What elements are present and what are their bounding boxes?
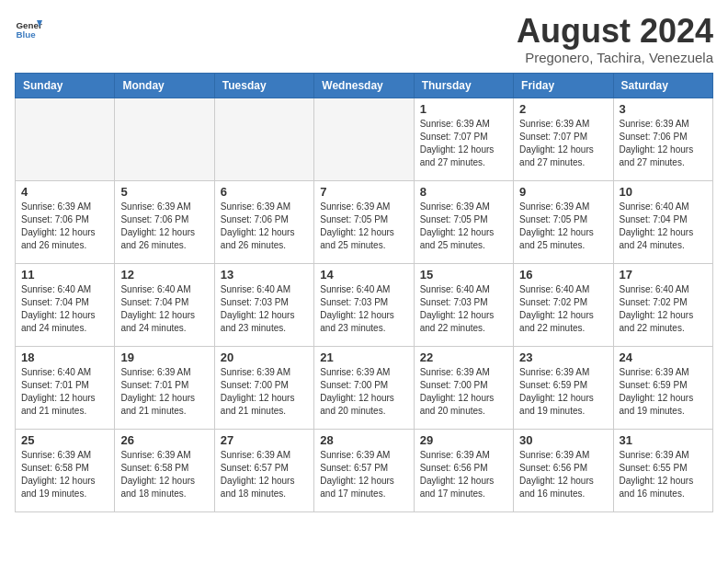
day-info: Sunrise: 6:39 AMSunset: 6:57 PMDaylight:… [320, 449, 407, 500]
day-number: 7 [320, 185, 407, 199]
day-number: 12 [120, 268, 208, 282]
day-number: 5 [120, 185, 208, 199]
day-of-week-header: Sunday [16, 74, 115, 98]
calendar-day-cell: 23Sunrise: 6:39 AMSunset: 6:59 PMDayligh… [514, 347, 613, 430]
day-number: 16 [519, 268, 607, 282]
day-number: 3 [620, 102, 707, 116]
day-number: 22 [420, 350, 507, 364]
calendar-day-cell: 30Sunrise: 6:39 AMSunset: 6:56 PMDayligh… [514, 430, 613, 512]
day-number: 14 [320, 268, 407, 282]
calendar-week-row: 1Sunrise: 6:39 AMSunset: 7:07 PMDaylight… [16, 98, 713, 181]
day-number: 24 [620, 350, 707, 364]
day-of-week-header: Wednesday [314, 74, 414, 98]
day-info: Sunrise: 6:39 AMSunset: 7:06 PMDaylight:… [21, 201, 108, 252]
day-number: 6 [221, 185, 308, 199]
day-info: Sunrise: 6:40 AMSunset: 7:02 PMDaylight:… [620, 283, 707, 335]
calendar-day-cell: 8Sunrise: 6:39 AMSunset: 7:05 PMDaylight… [414, 181, 513, 264]
day-number: 10 [620, 185, 707, 199]
calendar-week-row: 11Sunrise: 6:40 AMSunset: 7:04 PMDayligh… [16, 264, 713, 347]
calendar-day-cell: 24Sunrise: 6:39 AMSunset: 6:59 PMDayligh… [613, 347, 712, 430]
calendar-day-cell: 16Sunrise: 6:40 AMSunset: 7:02 PMDayligh… [514, 264, 613, 347]
day-number: 1 [420, 102, 507, 116]
day-info: Sunrise: 6:39 AMSunset: 7:05 PMDaylight:… [320, 201, 407, 252]
calendar-day-cell: 1Sunrise: 6:39 AMSunset: 7:07 PMDaylight… [414, 98, 513, 181]
day-of-week-header: Tuesday [214, 74, 313, 98]
calendar-day-cell: 3Sunrise: 6:39 AMSunset: 7:06 PMDaylight… [613, 98, 712, 181]
day-info: Sunrise: 6:39 AMSunset: 7:06 PMDaylight:… [221, 201, 308, 252]
day-number: 11 [21, 268, 108, 282]
calendar-header-row: SundayMondayTuesdayWednesdayThursdayFrid… [16, 74, 713, 98]
calendar-day-cell: 27Sunrise: 6:39 AMSunset: 6:57 PMDayligh… [214, 430, 313, 512]
calendar-day-cell: 31Sunrise: 6:39 AMSunset: 6:55 PMDayligh… [613, 430, 712, 512]
day-info: Sunrise: 6:40 AMSunset: 7:03 PMDaylight:… [420, 283, 507, 335]
day-number: 13 [221, 268, 308, 282]
day-number: 27 [221, 433, 308, 447]
day-number: 31 [620, 433, 707, 447]
calendar-day-cell: 28Sunrise: 6:39 AMSunset: 6:57 PMDayligh… [314, 430, 414, 512]
day-number: 23 [519, 350, 607, 364]
calendar-day-cell: 10Sunrise: 6:40 AMSunset: 7:04 PMDayligh… [613, 181, 712, 264]
day-info: Sunrise: 6:40 AMSunset: 7:01 PMDaylight:… [21, 366, 108, 418]
day-number: 9 [519, 185, 607, 199]
calendar-day-cell [115, 98, 214, 181]
calendar-day-cell: 6Sunrise: 6:39 AMSunset: 7:06 PMDaylight… [214, 181, 313, 264]
day-info: Sunrise: 6:40 AMSunset: 7:04 PMDaylight:… [120, 283, 208, 335]
day-info: Sunrise: 6:39 AMSunset: 6:59 PMDaylight:… [620, 366, 707, 418]
calendar-day-cell [214, 98, 313, 181]
calendar-day-cell: 2Sunrise: 6:39 AMSunset: 7:07 PMDaylight… [514, 98, 613, 181]
calendar-day-cell: 5Sunrise: 6:39 AMSunset: 7:06 PMDaylight… [115, 181, 214, 264]
day-info: Sunrise: 6:39 AMSunset: 7:00 PMDaylight:… [320, 366, 407, 418]
calendar-day-cell [314, 98, 414, 181]
calendar-day-cell: 15Sunrise: 6:40 AMSunset: 7:03 PMDayligh… [414, 264, 513, 347]
day-number: 26 [120, 433, 208, 447]
day-info: Sunrise: 6:40 AMSunset: 7:03 PMDaylight:… [320, 283, 407, 335]
day-number: 18 [21, 350, 108, 364]
calendar-day-cell: 29Sunrise: 6:39 AMSunset: 6:56 PMDayligh… [414, 430, 513, 512]
day-number: 8 [420, 185, 507, 199]
day-number: 28 [320, 433, 407, 447]
calendar-day-cell: 25Sunrise: 6:39 AMSunset: 6:58 PMDayligh… [16, 430, 115, 512]
day-number: 25 [21, 433, 108, 447]
day-info: Sunrise: 6:39 AMSunset: 7:01 PMDaylight:… [120, 366, 208, 418]
calendar-day-cell: 26Sunrise: 6:39 AMSunset: 6:58 PMDayligh… [115, 430, 214, 512]
day-info: Sunrise: 6:40 AMSunset: 7:02 PMDaylight:… [519, 283, 607, 335]
calendar-day-cell: 13Sunrise: 6:40 AMSunset: 7:03 PMDayligh… [214, 264, 313, 347]
calendar-week-row: 4Sunrise: 6:39 AMSunset: 7:06 PMDaylight… [16, 181, 713, 264]
day-of-week-header: Saturday [613, 74, 712, 98]
calendar-day-cell: 18Sunrise: 6:40 AMSunset: 7:01 PMDayligh… [16, 347, 115, 430]
day-info: Sunrise: 6:39 AMSunset: 6:56 PMDaylight:… [519, 449, 607, 500]
day-of-week-header: Friday [514, 74, 613, 98]
logo-icon: General Blue [15, 15, 42, 42]
day-info: Sunrise: 6:39 AMSunset: 7:00 PMDaylight:… [221, 366, 308, 418]
calendar-table: SundayMondayTuesdayWednesdayThursdayFrid… [15, 73, 713, 512]
day-number: 20 [221, 350, 308, 364]
calendar-day-cell: 4Sunrise: 6:39 AMSunset: 7:06 PMDaylight… [16, 181, 115, 264]
day-number: 19 [120, 350, 208, 364]
svg-text:Blue: Blue [17, 29, 37, 40]
day-of-week-header: Monday [115, 74, 214, 98]
calendar-body: 1Sunrise: 6:39 AMSunset: 7:07 PMDaylight… [16, 98, 713, 512]
day-info: Sunrise: 6:39 AMSunset: 7:05 PMDaylight:… [420, 201, 507, 252]
calendar-day-cell: 9Sunrise: 6:39 AMSunset: 7:05 PMDaylight… [514, 181, 613, 264]
day-info: Sunrise: 6:39 AMSunset: 7:00 PMDaylight:… [420, 366, 507, 418]
day-info: Sunrise: 6:39 AMSunset: 7:06 PMDaylight:… [120, 201, 208, 252]
calendar-day-cell: 22Sunrise: 6:39 AMSunset: 7:00 PMDayligh… [414, 347, 513, 430]
calendar-day-cell: 11Sunrise: 6:40 AMSunset: 7:04 PMDayligh… [16, 264, 115, 347]
page-header: General Blue August 2024 Pregonero, Tach… [15, 15, 713, 65]
day-info: Sunrise: 6:39 AMSunset: 6:58 PMDaylight:… [120, 449, 208, 500]
day-info: Sunrise: 6:39 AMSunset: 6:55 PMDaylight:… [620, 449, 707, 500]
day-info: Sunrise: 6:40 AMSunset: 7:03 PMDaylight:… [221, 283, 308, 335]
day-info: Sunrise: 6:39 AMSunset: 7:05 PMDaylight:… [519, 201, 607, 252]
day-info: Sunrise: 6:39 AMSunset: 6:56 PMDaylight:… [420, 449, 507, 500]
calendar-day-cell: 20Sunrise: 6:39 AMSunset: 7:00 PMDayligh… [214, 347, 313, 430]
title-area: August 2024 Pregonero, Tachira, Venezuel… [517, 15, 713, 65]
calendar-day-cell: 17Sunrise: 6:40 AMSunset: 7:02 PMDayligh… [613, 264, 712, 347]
month-title: August 2024 [517, 15, 713, 48]
calendar-day-cell: 12Sunrise: 6:40 AMSunset: 7:04 PMDayligh… [115, 264, 214, 347]
day-number: 4 [21, 185, 108, 199]
logo: General Blue [15, 15, 42, 42]
day-info: Sunrise: 6:39 AMSunset: 6:59 PMDaylight:… [519, 366, 607, 418]
day-info: Sunrise: 6:40 AMSunset: 7:04 PMDaylight:… [21, 283, 108, 335]
day-info: Sunrise: 6:39 AMSunset: 7:07 PMDaylight:… [519, 118, 607, 169]
day-number: 21 [320, 350, 407, 364]
